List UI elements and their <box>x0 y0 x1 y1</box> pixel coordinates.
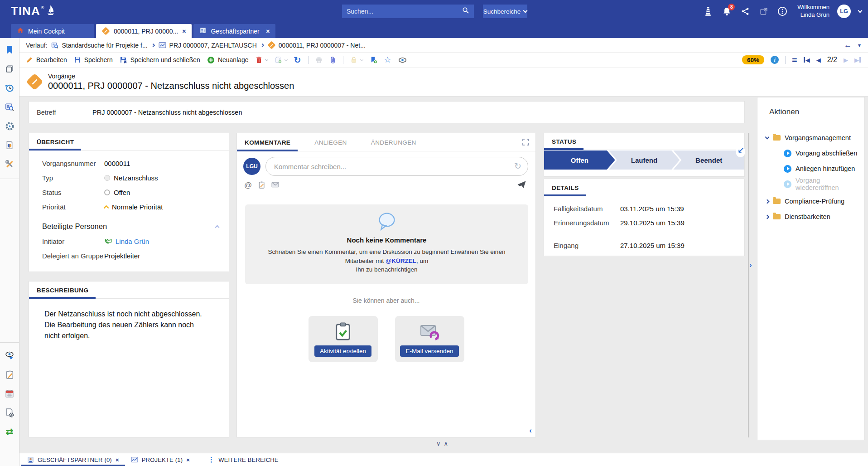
tab-uebersicht[interactable]: ÜBERSICHT <box>35 139 81 150</box>
breadcrumb-right-controls: ← ▾ <box>844 41 861 50</box>
empty-state-title: Noch keine Kommentare <box>259 236 515 244</box>
report-document-icon[interactable] <box>4 140 15 150</box>
attachments-button[interactable] <box>329 56 336 64</box>
menu-hamburger-icon[interactable]: ≡ <box>792 55 797 65</box>
history-icon[interactable] <box>4 83 15 93</box>
send-email-card[interactable]: E-Mail versenden <box>395 316 464 362</box>
tab-status[interactable]: STATUS <box>550 138 583 150</box>
breadcrumb-item-vorgang[interactable]: 0000011, PRJ 0000007 - Net... <box>268 42 366 49</box>
user-avatar[interactable]: LG <box>837 5 851 18</box>
activity-clipboard-icon <box>334 322 352 341</box>
tab-anliegen[interactable]: ANLIEGEN <box>313 139 354 151</box>
last-record-icon[interactable]: ▶ <box>854 57 861 63</box>
breadcrumb-item-search[interactable]: Standardsuche für Projekte f... <box>51 42 147 49</box>
search-scope-dropdown[interactable]: Suchbereiche <box>483 5 527 18</box>
comment-input[interactable] <box>265 157 528 176</box>
share-icon[interactable] <box>740 6 751 17</box>
refresh-button[interactable]: ↻ <box>294 56 301 64</box>
expand-fullscreen-icon[interactable] <box>522 139 529 147</box>
search-input[interactable] <box>347 8 462 15</box>
bookmark-add-button[interactable] <box>370 56 377 64</box>
close-tab-icon[interactable]: × <box>182 28 186 35</box>
search-scope-label: Suchbereiche <box>483 8 521 15</box>
stage-offen[interactable]: Offen <box>544 150 615 170</box>
expand-right-icon[interactable]: › <box>749 261 752 270</box>
dropdown-caret-icon <box>265 58 268 61</box>
visibility-eye-icon[interactable] <box>398 57 407 63</box>
close-tab-icon[interactable]: × <box>116 456 119 463</box>
search-list-icon[interactable] <box>4 102 15 112</box>
lighthouse-icon[interactable] <box>703 6 714 17</box>
tab-aenderungen[interactable]: ÄNDERUNGEN <box>370 139 424 151</box>
collapse-down-icon[interactable]: ∨ <box>436 440 441 447</box>
comment-refresh-icon[interactable]: ↻ <box>514 162 521 170</box>
create-activity-button[interactable]: Aktivität erstellen <box>314 345 371 357</box>
open-external-icon[interactable] <box>758 6 769 17</box>
send-email-button[interactable]: E-Mail versenden <box>400 345 458 357</box>
create-activity-card[interactable]: Aktivität erstellen <box>309 316 378 362</box>
watchlist-eye-star-icon[interactable] <box>4 350 15 361</box>
expand-up-icon[interactable]: ∧ <box>444 440 448 447</box>
app-logo-text: TINA <box>11 4 40 18</box>
notifications-bell-icon[interactable]: 8 <box>721 6 732 17</box>
status-stage-strip: Offen Laufend Beendet <box>544 150 744 170</box>
bottom-tab-projekte[interactable]: PROJEKTE (1) × <box>125 453 196 466</box>
tab-mein-cockpit[interactable]: Mein Cockpit <box>11 24 94 38</box>
tab-geschaeftspartner[interactable]: Geschäftspartner × <box>193 24 275 38</box>
mention-at-icon[interactable]: @ <box>244 181 252 190</box>
previous-record-icon[interactable]: ◀ <box>816 57 821 63</box>
first-record-icon[interactable]: ◀ <box>804 57 810 63</box>
favorite-star-icon[interactable]: ☆ <box>384 56 391 64</box>
copy-button[interactable] <box>275 56 287 63</box>
tab-beschreibung[interactable]: BESCHREIBUNG <box>35 287 96 298</box>
history-back-icon[interactable]: ← <box>844 41 852 50</box>
action-anliegen-hinzufuegen[interactable]: Anliegen hinzufügen <box>757 161 864 176</box>
tasks-clipboard-icon[interactable] <box>4 369 15 380</box>
field-row: Typ Netzanschluss <box>29 170 229 185</box>
action-group-vorgangsmanagement[interactable]: Vorgangsmanagement <box>757 130 864 146</box>
bottom-tab-weitere-bereiche[interactable]: ⋮ WEITERE BEREICHE <box>202 453 285 466</box>
delete-button[interactable] <box>256 56 268 63</box>
initiator-link[interactable]: Linda Grün <box>116 238 149 245</box>
tab-vorgang-active[interactable]: 0000011, PRJ 00000... × <box>96 24 192 38</box>
lock-button[interactable] <box>350 56 363 63</box>
calendar-icon[interactable] <box>4 388 15 399</box>
collapse-section-icon[interactable] <box>215 225 220 229</box>
action-vorgang-abschliessen[interactable]: Vorgang abschließen <box>757 146 864 161</box>
new-record-button[interactable]: Neuanlage <box>207 56 249 64</box>
tab-kommentare[interactable]: KOMMENTARE <box>243 139 298 151</box>
close-tab-icon[interactable]: × <box>186 456 190 463</box>
action-group-compliance[interactable]: Compliance-Prüfung <box>757 194 864 209</box>
action-group-dienstbarkeiten[interactable]: Dienstbarkeiten <box>757 209 864 224</box>
completeness-badge[interactable]: 60% <box>742 55 764 64</box>
info-icon[interactable]: i <box>771 56 779 64</box>
save-button[interactable]: Speichern <box>74 56 113 63</box>
print-button[interactable] <box>315 56 323 63</box>
mail-icon[interactable] <box>271 181 279 189</box>
sync-swap-icon[interactable]: ⇄ <box>4 426 15 437</box>
tab-details[interactable]: DETAILS <box>550 184 586 196</box>
content-scrollbar[interactable] <box>748 133 749 437</box>
next-record-icon[interactable]: ▶ <box>844 57 848 63</box>
document-settings-icon[interactable] <box>4 407 15 418</box>
breadcrumb-item-project[interactable]: PRJ 0000007, ZAEHLTAUSCH <box>159 42 257 49</box>
process-settings-gear-icon[interactable] <box>4 121 15 131</box>
collapse-diagonal-arrow-icon[interactable] <box>736 146 745 157</box>
windows-icon[interactable] <box>4 63 15 74</box>
note-clipboard-icon[interactable] <box>258 181 265 190</box>
collapse-left-icon[interactable]: ‹ <box>529 426 532 435</box>
edit-button[interactable]: Bearbeiten <box>26 56 67 63</box>
close-tab-icon[interactable]: × <box>266 28 270 35</box>
stage-laufend[interactable]: Laufend <box>609 150 680 170</box>
search-icon[interactable] <box>462 7 469 16</box>
send-comment-icon[interactable] <box>517 180 526 190</box>
panel-collapse-chevron-icon[interactable]: ▾ <box>858 42 861 49</box>
more-options-icon[interactable] <box>777 6 788 17</box>
breadcrumb: Verlauf: Standardsuche für Projekte f...… <box>19 38 868 53</box>
bookmarks-icon[interactable] <box>4 44 15 55</box>
bottom-tab-geschaeftspartner[interactable]: GESCHÄFTSPARTNER (0) × <box>21 453 125 466</box>
save-and-close-button[interactable]: Speichern und schließen <box>120 56 200 64</box>
tools-icon[interactable] <box>4 159 15 170</box>
stage-beendet[interactable]: Beendet <box>673 150 744 170</box>
user-menu-chevron-icon[interactable] <box>858 8 863 13</box>
